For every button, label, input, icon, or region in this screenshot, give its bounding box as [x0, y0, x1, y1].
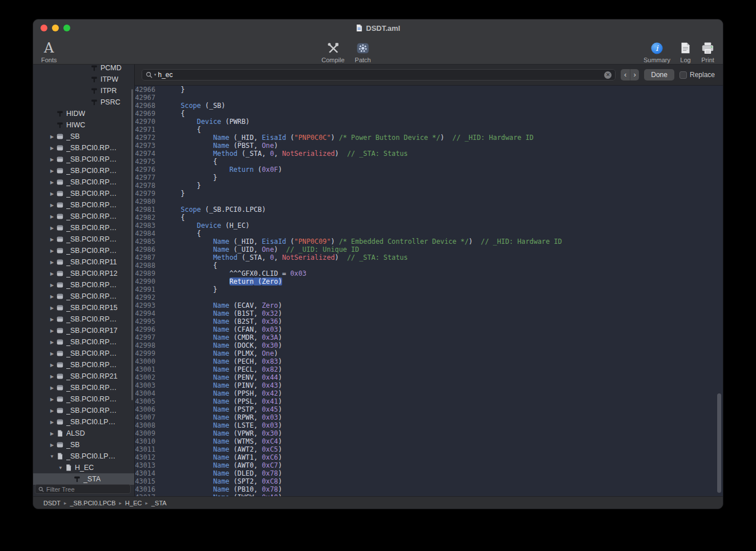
chevron-right-icon[interactable]: ▶ [48, 157, 56, 162]
tree-item[interactable]: ▶_SB.PCI0.RP… [33, 211, 134, 222]
chevron-right-icon[interactable]: ▶ [48, 168, 56, 174]
chevron-right-icon[interactable]: ▶ [48, 431, 56, 436]
line-number: 42967 [135, 94, 160, 102]
find-next-button[interactable]: › [630, 69, 639, 81]
editor-scrollbar[interactable] [717, 393, 721, 493]
code-editor[interactable]: 42966 }4296742968 Scope (_SB)42969 {4297… [135, 86, 723, 496]
chevron-right-icon[interactable]: ▶ [48, 363, 56, 368]
chevron-right-icon[interactable]: ▶ [48, 420, 56, 425]
print-button[interactable]: Print [701, 37, 715, 63]
tree-item[interactable]: ITPW [33, 74, 134, 85]
filter-tree-input[interactable] [46, 486, 127, 493]
search-input[interactable] [158, 71, 603, 79]
zoom-button[interactable] [63, 25, 70, 31]
chevron-right-icon[interactable]: ▶ [48, 180, 56, 185]
tree-item[interactable]: ▶_SB.PCI0.RP… [33, 176, 134, 188]
breadcrumb-item[interactable]: H_EC [125, 500, 142, 506]
tree-item[interactable]: HIWC [33, 119, 134, 131]
chevron-right-icon[interactable]: ▶ [48, 317, 56, 322]
chevron-right-icon[interactable]: ▶ [48, 305, 56, 311]
tree-item[interactable]: PSRC [33, 96, 134, 108]
chevron-down-icon[interactable]: ▼ [57, 465, 65, 470]
chevron-right-icon[interactable]: ▶ [48, 248, 56, 254]
close-button[interactable] [41, 25, 47, 31]
chevron-down-icon[interactable]: ▼ [48, 454, 56, 459]
tree-item[interactable]: ▶_SB.PCI0.RP… [33, 359, 134, 371]
chevron-right-icon[interactable]: ▶ [48, 397, 56, 402]
tree-item-label: HIDW [66, 110, 85, 118]
tree-item[interactable]: ▶_SB.PCI0.RP21 [33, 371, 134, 382]
chevron-right-icon[interactable]: ▶ [48, 374, 56, 379]
code-text: Method (_STA, 0, NotSerialized) // _STA:… [160, 254, 408, 262]
compile-button[interactable]: Compile [321, 37, 344, 63]
tree-item[interactable]: ▶_SB [33, 131, 134, 142]
chevron-right-icon[interactable]: ▶ [48, 134, 56, 139]
tree-item[interactable]: ▶_SB.PCI0.RP… [33, 313, 134, 325]
search-options-chevron-icon[interactable]: ▾ [154, 73, 156, 77]
chevron-right-icon[interactable]: ▶ [48, 385, 56, 391]
chevron-right-icon[interactable]: ▶ [48, 226, 56, 231]
tree-item[interactable]: ▶_SB.PCI0.RP… [33, 291, 134, 302]
tree-item[interactable]: ▶_SB.PCI0.RP… [33, 165, 134, 176]
summary-button[interactable]: i Summary [644, 37, 670, 63]
tree-item[interactable]: ▶_SB.PCI0.RP… [33, 393, 134, 405]
tree-item[interactable]: ▶_SB.PCI0.RP… [33, 234, 134, 245]
tree-item[interactable]: ▶_SB.PCI0.RP… [33, 405, 134, 416]
tree-item[interactable]: ▶_SB.PCI0.RP… [33, 188, 134, 199]
breadcrumb-item[interactable]: _STA [151, 500, 167, 506]
done-button[interactable]: Done [644, 69, 674, 81]
fonts-button[interactable]: A Fonts [41, 37, 57, 63]
chevron-right-icon[interactable]: ▶ [48, 146, 56, 151]
breadcrumb-item[interactable]: DSDT [43, 500, 61, 506]
tree-item[interactable]: ▶_SB.PCI0.RP17 [33, 325, 134, 336]
log-button[interactable]: Log [679, 37, 691, 63]
chevron-right-icon[interactable]: ▶ [48, 214, 56, 219]
chevron-right-icon[interactable]: ▶ [48, 340, 56, 345]
tree-item[interactable]: ▼_SB.PCI0.LP… [33, 451, 134, 462]
titlebar[interactable]: DSDT.aml [33, 19, 723, 37]
tree-item[interactable]: ITPR [33, 85, 134, 96]
chevron-right-icon[interactable]: ▶ [48, 294, 56, 299]
tree-item[interactable]: ▶ALSD [33, 428, 134, 439]
tree-item[interactable]: ▶_SB.PCI0.RP… [33, 154, 134, 165]
breadcrumb-item[interactable]: _SB.PCI0.LPCB [70, 500, 115, 506]
chevron-right-icon[interactable]: ▶ [48, 191, 56, 196]
tree-item[interactable]: HIDW [33, 108, 134, 119]
minimize-button[interactable] [52, 25, 59, 31]
tree-item[interactable]: ▶_SB.PCI0.RP… [33, 199, 134, 211]
tree-item[interactable]: ▶_SB [33, 439, 134, 451]
chevron-right-icon[interactable]: ▶ [48, 237, 56, 242]
chevron-right-icon[interactable]: ▶ [48, 271, 56, 276]
filter-tree-field[interactable] [35, 484, 131, 494]
sidebar-scrollbar[interactable] [131, 89, 133, 400]
clear-search-icon[interactable]: ✕ [604, 71, 612, 79]
tree-item[interactable]: ▶_SB.PCI0.RP12 [33, 268, 134, 279]
search-field[interactable]: ▾ ✕ [142, 69, 616, 81]
tree-item[interactable]: PCMD [33, 65, 134, 74]
tree-item[interactable]: ▶_SB.PCI0.RP15 [33, 302, 134, 313]
code-line: 43009 Name (VPWR, 0x30) [135, 429, 723, 437]
tree-item[interactable]: ▶_SB.PCI0.RP… [33, 336, 134, 348]
replace-checkbox[interactable] [679, 71, 687, 79]
chevron-right-icon[interactable]: ▶ [48, 351, 56, 356]
patch-button[interactable]: Patch [355, 37, 371, 63]
code-line: 42992 [135, 293, 723, 301]
tree-item[interactable]: ▶_SB.PCI0.RP… [33, 222, 134, 234]
tree-item[interactable]: ▶_SB.PCI0.RP… [33, 348, 134, 359]
tree-item[interactable]: _STA [33, 473, 134, 485]
tree-item[interactable]: ▶_SB.PCI0.RP… [33, 142, 134, 154]
tree-item[interactable]: ▼H_EC [33, 462, 134, 473]
tree-item[interactable]: ▶_SB.PCI0.RP… [33, 382, 134, 393]
tree-item[interactable]: ▶_SB.PCI0.RP… [33, 245, 134, 256]
tree-item[interactable]: ▶_SB.PCI0.RP11 [33, 256, 134, 268]
chevron-right-icon[interactable]: ▶ [48, 443, 56, 448]
chevron-right-icon[interactable]: ▶ [48, 203, 56, 208]
chevron-right-icon[interactable]: ▶ [48, 328, 56, 333]
tree-item[interactable]: ▶_SB.PCI0.LP… [33, 416, 134, 428]
chevron-right-icon[interactable]: ▶ [48, 260, 56, 265]
tree-item-label: _SB.PCI0.RP… [66, 395, 116, 403]
chevron-right-icon[interactable]: ▶ [48, 283, 56, 288]
chevron-right-icon[interactable]: ▶ [48, 408, 56, 413]
find-previous-button[interactable]: ‹ [621, 69, 630, 81]
tree-item[interactable]: ▶_SB.PCI0.RP… [33, 279, 134, 291]
